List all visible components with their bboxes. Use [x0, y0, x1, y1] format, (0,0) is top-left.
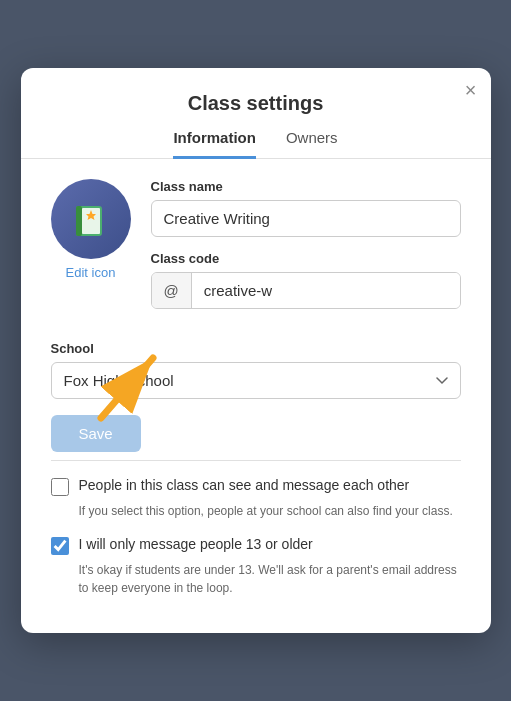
class-name-input[interactable] [151, 200, 461, 237]
class-code-input[interactable] [192, 273, 460, 308]
arrow-annotation [81, 333, 181, 423]
overlay: × Class settings Information Owners [0, 0, 511, 701]
tab-owners[interactable]: Owners [286, 129, 338, 159]
message-checkbox[interactable] [51, 478, 69, 496]
top-section: Edit icon Class name Class code @ [51, 179, 461, 323]
modal-container: × Class settings Information Owners [21, 68, 491, 633]
book-icon [68, 196, 114, 242]
svg-line-5 [101, 358, 153, 418]
divider-1 [51, 460, 461, 461]
checkbox-row-1: People in this class can see and message… [51, 477, 461, 496]
close-button[interactable]: × [465, 80, 477, 100]
class-icon [51, 179, 131, 259]
class-code-wrapper: @ [151, 272, 461, 309]
icon-section: Edit icon [51, 179, 131, 280]
tab-information[interactable]: Information [173, 129, 256, 159]
at-symbol: @ [152, 273, 192, 308]
age-checkbox-desc: It's okay if students are under 13. We'l… [79, 561, 461, 597]
form-section: Class name Class code @ [151, 179, 461, 323]
svg-rect-1 [76, 206, 82, 236]
age-checkbox[interactable] [51, 537, 69, 555]
message-checkbox-desc: If you select this option, people at you… [79, 502, 461, 520]
edit-icon-button[interactable]: Edit icon [66, 265, 116, 280]
tabs-container: Information Owners [21, 115, 491, 159]
modal-title: Class settings [21, 68, 491, 115]
checkbox-row-2: I will only message people 13 or older [51, 536, 461, 555]
class-name-label: Class name [151, 179, 461, 194]
message-checkbox-label[interactable]: People in this class can see and message… [79, 477, 410, 493]
age-checkbox-label[interactable]: I will only message people 13 or older [79, 536, 313, 552]
class-code-label: Class code [151, 251, 461, 266]
